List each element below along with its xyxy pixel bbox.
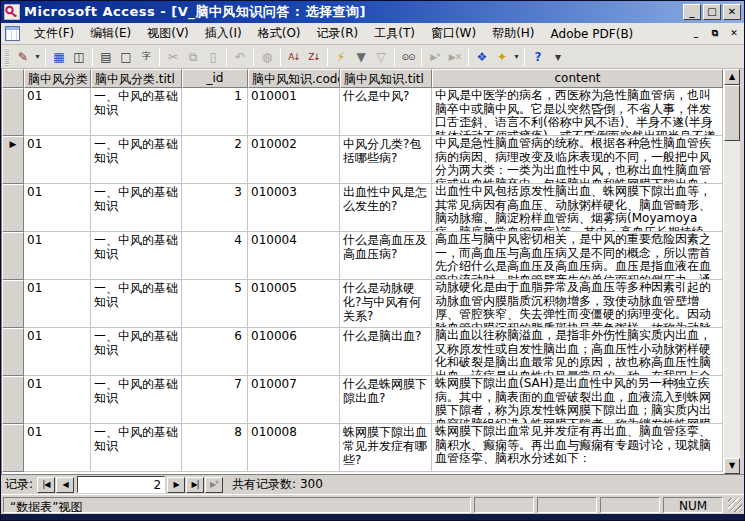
cell-category[interactable]: 01 <box>24 88 91 136</box>
cell-id[interactable]: 5 <box>182 280 248 328</box>
menu-help[interactable]: 帮助(H) <box>484 23 542 44</box>
database-window-icon[interactable]: ❖ <box>472 47 492 67</box>
copy-icon[interactable]: ⧉ <box>183 47 203 67</box>
cell-category[interactable]: 01 <box>24 328 91 376</box>
toolbar-grip[interactable] <box>5 48 9 66</box>
column-header-content[interactable]: content <box>432 69 723 88</box>
cell-content[interactable]: 脑出血以往称脑溢血，是指非外伤性脑实质内出血，又称原发性或自发性脑出血；高血压性… <box>432 328 723 376</box>
cell-category-title[interactable]: 一、中风的基础知识 <box>91 136 182 184</box>
cell-title[interactable]: 中风分几类?包括哪些病? <box>340 136 432 184</box>
cell-title[interactable]: 蛛网膜下隙出血常见并发症有哪些? <box>340 424 432 472</box>
cell-category[interactable]: 01 <box>24 232 91 280</box>
delete-record-icon[interactable]: ▶✕ <box>445 47 465 67</box>
cell-code[interactable]: 010007 <box>248 376 340 424</box>
cell-code[interactable]: 010001 <box>248 88 340 136</box>
apply-filter-icon[interactable]: ▽ <box>371 47 391 67</box>
save-icon[interactable]: ▦ <box>49 47 69 67</box>
new-record-button[interactable]: ▶* <box>205 477 223 493</box>
cell-category[interactable]: 01 <box>24 280 91 328</box>
record-selector[interactable] <box>2 88 24 136</box>
print-preview-icon[interactable]: □ <box>116 47 136 67</box>
cell-id[interactable]: 4 <box>182 232 248 280</box>
column-header-id[interactable]: _id <box>182 69 248 88</box>
cell-category-title[interactable]: 一、中风的基础知识 <box>91 88 182 136</box>
selector-corner[interactable] <box>2 69 24 88</box>
cell-content[interactable]: 中风是中医学的病名，西医称为急性脑血管病，也叫脑卒中或脑中风。它是以突然昏倒，不… <box>432 88 723 136</box>
record-selector[interactable] <box>2 328 24 376</box>
spelling-icon[interactable]: 字 <box>136 47 156 67</box>
column-header-code[interactable]: 脑中风知识.code <box>248 69 340 88</box>
view-dropdown-icon[interactable]: ▾ <box>33 52 42 61</box>
menu-file[interactable]: 文件(F) <box>26 23 82 44</box>
menu-view[interactable]: 视图(V) <box>139 23 197 44</box>
vertical-scrollbar[interactable]: ▲ ▼ <box>723 69 740 474</box>
child-close-button[interactable]: ✕ <box>726 27 742 41</box>
cell-title[interactable]: 什么是高血压及高血压病? <box>340 232 432 280</box>
child-restore-button[interactable]: ⧉ <box>707 27 723 41</box>
cut-icon[interactable]: ✂ <box>163 47 183 67</box>
new-object-icon[interactable]: ✦ <box>492 47 512 67</box>
record-selector[interactable] <box>2 184 24 232</box>
cell-category-title[interactable]: 一、中风的基础知识 <box>91 232 182 280</box>
last-record-button[interactable]: ▶| <box>186 477 204 493</box>
cell-category[interactable]: 01 <box>24 184 91 232</box>
cell-code[interactable]: 010002 <box>248 136 340 184</box>
menu-window[interactable]: 窗口(W) <box>423 23 484 44</box>
cell-id[interactable]: 3 <box>182 184 248 232</box>
new-record-icon[interactable]: ▶* <box>425 47 445 67</box>
cell-content[interactable]: 高血压与脑中风密切相关，是中风的重要危险因素之一，而高血压与高血压病又是不同的概… <box>432 232 723 280</box>
cell-code[interactable]: 010003 <box>248 184 340 232</box>
column-header-category-title[interactable]: 脑中风分类.titl <box>91 69 182 88</box>
cell-content[interactable]: 中风是急性脑血管病的统称。根据各种急性脑血管疾病的病因、病理改变及临床表现的不同… <box>432 136 723 184</box>
filter-by-selection-icon[interactable]: ⚡ <box>331 47 351 67</box>
cell-category[interactable]: 01 <box>24 136 91 184</box>
maximize-button[interactable]: □ <box>703 4 721 20</box>
menu-edit[interactable]: 编辑(E) <box>82 23 139 44</box>
cell-code[interactable]: 010006 <box>248 328 340 376</box>
cell-category[interactable]: 01 <box>24 424 91 472</box>
next-record-button[interactable]: ▶ <box>167 477 185 493</box>
child-minimize-button[interactable]: _ <box>688 27 704 41</box>
find-icon[interactable]: ⊙⊙ <box>398 47 418 67</box>
menu-insert[interactable]: 插入(I) <box>197 23 250 44</box>
column-header-title[interactable]: 脑中风知识.titl <box>340 69 432 88</box>
cell-content[interactable]: 蛛网膜下隙出血(SAH)是出血性中风的另一种独立疾病。其中，脑表面的血管破裂出血… <box>432 376 723 424</box>
cell-id[interactable]: 7 <box>182 376 248 424</box>
filter-by-form-icon[interactable]: ▼ <box>351 47 371 67</box>
cell-category-title[interactable]: 一、中风的基础知识 <box>91 376 182 424</box>
record-selector-current[interactable]: ▶ <box>2 136 24 184</box>
cell-title[interactable]: 出血性中风是怎么发生的? <box>340 184 432 232</box>
previous-record-button[interactable]: ◀ <box>56 477 74 493</box>
cell-id[interactable]: 8 <box>182 424 248 472</box>
cell-id[interactable]: 6 <box>182 328 248 376</box>
current-record-input[interactable] <box>77 476 165 493</box>
new-object-dropdown-icon[interactable]: ▾ <box>512 52 521 61</box>
menu-format[interactable]: 格式(O) <box>250 23 309 44</box>
cell-category-title[interactable]: 一、中风的基础知识 <box>91 184 182 232</box>
menu-records[interactable]: 记录(R) <box>309 23 367 44</box>
cell-content[interactable]: 蛛网膜下隙出血常见并发症有再出血、脑血管痉挛、脑积水、癫痫等。再出血与癫痫有专题… <box>432 424 723 472</box>
menu-adobe-pdf[interactable]: Adobe PDF(B) <box>543 25 642 43</box>
scroll-up-icon[interactable]: ▲ <box>724 69 740 85</box>
file-search-icon[interactable]: ◫ <box>69 47 89 67</box>
scrollbar-track[interactable] <box>724 141 740 458</box>
record-selector[interactable] <box>2 376 24 424</box>
undo-icon[interactable]: ↶ <box>230 47 250 67</box>
help-icon[interactable]: ? <box>528 47 548 67</box>
cell-content[interactable]: 动脉硬化是由于血脂异常及高血压等多种因素引起的动脉血管内膜脂质沉积物增多，致使动… <box>432 280 723 328</box>
cell-id[interactable]: 2 <box>182 136 248 184</box>
record-selector[interactable] <box>2 232 24 280</box>
cell-category-title[interactable]: 一、中风的基础知识 <box>91 328 182 376</box>
cell-category-title[interactable]: 一、中风的基础知识 <box>91 280 182 328</box>
insert-hyperlink-icon[interactable]: ◍ <box>257 47 277 67</box>
paste-icon[interactable]: ▯ <box>203 47 223 67</box>
menu-tools[interactable]: 工具(T) <box>366 23 423 44</box>
print-icon[interactable]: ▤ <box>96 47 116 67</box>
cell-title[interactable]: 什么是脑出血? <box>340 328 432 376</box>
cell-title[interactable]: 什么是动脉硬化?与中风有何关系? <box>340 280 432 328</box>
cell-category-title[interactable]: 一、中风的基础知识 <box>91 424 182 472</box>
cell-code[interactable]: 010004 <box>248 232 340 280</box>
resize-grip-icon[interactable] <box>728 498 742 512</box>
scroll-down-icon[interactable]: ▼ <box>724 458 740 474</box>
cell-id[interactable]: 1 <box>182 88 248 136</box>
